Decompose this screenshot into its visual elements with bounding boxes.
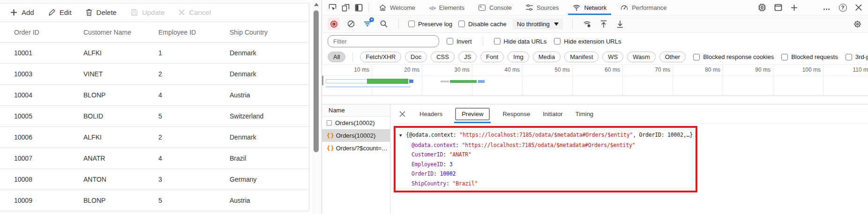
filter-input[interactable] [328,35,439,47]
table-row[interactable]: 10009 BLONP 5 Austria [0,190,309,211]
close-details-icon[interactable] [397,109,407,118]
checkbox-icon [447,38,453,44]
details-tab-initiator[interactable]: Initiator [543,104,563,123]
page-scrollbar[interactable] [312,0,320,214]
record-network-log-button[interactable] [328,18,340,30]
blocked-requests-checkbox[interactable]: Blocked requests [781,53,838,60]
network-conditions-icon[interactable] [582,19,592,29]
type-filter-all[interactable]: All [328,52,345,62]
column-header-order-id[interactable]: Order ID [0,29,83,36]
tab-welcome[interactable]: Welcome [372,0,422,15]
checkbox-label: Preserve log [418,21,452,28]
json-braces-icon [327,133,333,139]
grid-toolbar: Add Edit Delete [0,3,309,22]
throttling-dropdown[interactable]: No throttling [513,19,563,30]
request-list-name-header[interactable]: Name [322,104,390,117]
network-settings-gear-icon[interactable] [852,19,862,29]
filter-icon[interactable] [362,19,373,29]
request-row[interactable]: Orders(10002) [322,117,390,129]
help-icon[interactable] [836,1,849,14]
tab-console[interactable]: Console [471,0,519,15]
blocked-response-cookies-checkbox[interactable]: Blocked response cookies [693,53,774,60]
cancel-button[interactable]: Cancel [179,8,211,16]
type-filter-other[interactable]: Other [659,52,686,62]
question-mark-icon [839,4,847,12]
json-property: OrderID10002 [399,169,692,179]
type-filter-fetch-xhr[interactable]: Fetch/XHR [360,52,401,62]
code-brackets-icon [429,4,435,11]
scroll-up-arrow-icon[interactable] [314,3,319,6]
scrollbar-thumb[interactable] [314,10,319,152]
edit-button[interactable]: Edit [48,8,72,16]
search-icon[interactable] [379,19,389,29]
third-party-requests-checkbox[interactable]: 3rd-party requests [846,53,868,60]
details-tab-timing[interactable]: Timing [576,104,594,123]
inspect-element-icon[interactable] [326,1,339,14]
more-tools-plus-icon[interactable] [787,1,801,14]
table-row[interactable]: 10007 ANATR 4 Brazil [0,148,309,169]
invert-checkbox[interactable]: Invert [447,38,472,45]
table-row[interactable]: 10001 ALFKI 1 Denmark [0,43,309,64]
timeline-tick: 70 ms [623,65,673,96]
table-row[interactable]: 10008 ANTON 3 Germany [0,169,309,190]
tab-sources[interactable]: Sources [519,0,566,15]
type-filter-font[interactable]: Font [480,52,504,62]
request-row-selected[interactable]: Orders(10002) [322,129,390,142]
type-filter-manifest[interactable]: Manifest [564,52,599,62]
collapse-triangle-icon[interactable] [399,131,406,140]
table-row[interactable]: 10003 VINET 2 Denmark [0,64,309,85]
details-tab-response[interactable]: Response [502,104,530,123]
cell-customer-name: ANATR [83,155,158,162]
request-name: Orders/?$count=… [336,145,388,152]
type-filter-js[interactable]: JS [458,52,477,62]
more-options-icon[interactable] [820,1,833,14]
tab-elements[interactable]: Elements [422,0,471,15]
request-row[interactable]: Orders/?$count=… [322,142,390,155]
type-filter-css[interactable]: CSS [431,52,455,62]
cell-order-id: 10006 [0,133,83,141]
timeline-drag-handle[interactable] [322,76,323,85]
cell-order-id: 10003 [0,70,83,78]
preserve-log-checkbox[interactable]: Preserve log [408,21,452,28]
import-har-icon[interactable] [599,19,609,29]
devtools-panel: Welcome Elements Console Sources Net [322,0,868,214]
details-tab-headers[interactable]: Headers [419,104,442,123]
clear-network-log-icon[interactable] [346,19,356,29]
type-filter-media[interactable]: Media [533,52,561,62]
microchip-icon[interactable] [756,1,769,14]
column-header-customer-name[interactable]: Customer Name [83,29,158,36]
column-header-employee-id[interactable]: Employee ID [158,29,230,36]
waterfall-bar-green [450,80,477,83]
type-filter-wasm[interactable]: Wasm [627,52,655,62]
details-tab-preview[interactable]: Preview [455,104,490,123]
add-button[interactable]: Add [10,8,34,16]
type-filter-ws[interactable]: WS [602,52,623,62]
activity-bar-panel-icon[interactable] [352,1,365,14]
sliders-icon [526,4,533,11]
disable-cache-checkbox[interactable]: Disable cache [458,21,507,28]
type-filter-doc[interactable]: Doc [405,52,427,62]
export-har-icon[interactable] [615,19,625,29]
cell-order-id: 10004 [0,91,83,99]
hide-data-urls-checkbox[interactable]: Hide data URLs [494,38,547,45]
tab-performance[interactable]: Performance [614,0,673,15]
tab-network[interactable]: Network [566,0,614,15]
hide-extension-urls-checkbox[interactable]: Hide extension URLs [554,38,621,45]
dock-layout-icon[interactable] [771,1,785,14]
json-property: EmployeeID3 [399,160,692,170]
json-property: @odata.context"https://localhost:7185/od… [399,140,692,150]
delete-button[interactable]: Delete [86,8,117,16]
table-row[interactable]: 10006 ALFKI 2 Denmark [0,127,309,148]
json-summary-line[interactable]: {@odata.context: "https://localhost:7185… [399,130,692,140]
update-button[interactable]: Update [131,8,165,16]
close-devtools-icon[interactable] [852,1,865,14]
type-filter-img[interactable]: Img [508,52,529,62]
checkbox-icon [846,54,852,60]
checkbox-icon [554,38,561,44]
network-overview-timeline[interactable]: 10 ms 20 ms 30 ms 40 ms 50 ms 60 ms 70 m… [322,64,868,96]
checkbox-label: 3rd-party requests [855,53,868,60]
device-toolbar-icon[interactable] [339,1,352,14]
table-row[interactable]: 10005 BOLID 5 Switzerland [0,106,309,127]
column-header-ship-country[interactable]: Ship Country [230,29,309,36]
table-row[interactable]: 10004 BLONP 4 Austria [0,85,309,106]
